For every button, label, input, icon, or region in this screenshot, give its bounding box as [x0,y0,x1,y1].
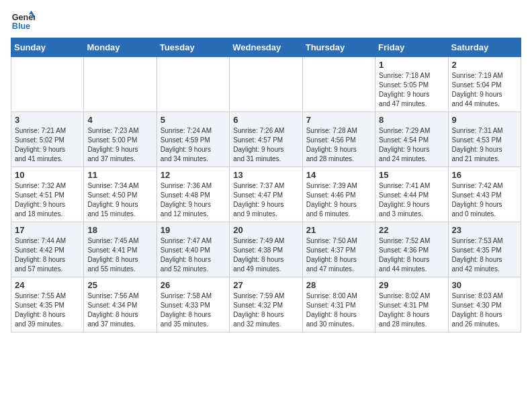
day-info: Sunrise: 7:39 AM Sunset: 4:46 PM Dayligh… [306,181,371,219]
day-number: 17 [15,225,80,235]
svg-text:Blue: Blue [12,21,30,31]
day-number: 4 [87,115,152,125]
day-info: Sunrise: 8:03 AM Sunset: 4:30 PM Dayligh… [452,291,517,329]
calendar-cell [302,57,375,112]
calendar-week-row: 1Sunrise: 7:18 AM Sunset: 5:05 PM Daylig… [11,57,521,112]
logo-icon: General Blue [11,9,35,34]
day-number: 13 [233,170,298,180]
calendar-week-row: 24Sunrise: 7:55 AM Sunset: 4:35 PM Dayli… [11,277,521,332]
calendar-cell: 14Sunrise: 7:39 AM Sunset: 4:46 PM Dayli… [302,167,375,222]
day-info: Sunrise: 7:29 AM Sunset: 4:54 PM Dayligh… [379,126,444,164]
weekday-header: Wednesday [230,38,302,57]
day-info: Sunrise: 7:50 AM Sunset: 4:37 PM Dayligh… [306,236,371,274]
day-number: 29 [379,280,444,290]
calendar-cell: 9Sunrise: 7:31 AM Sunset: 4:53 PM Daylig… [448,112,521,167]
calendar-cell: 25Sunrise: 7:56 AM Sunset: 4:34 PM Dayli… [84,277,157,332]
calendar-table: SundayMondayTuesdayWednesdayThursdayFrid… [11,38,521,332]
day-number: 8 [379,115,444,125]
day-number: 30 [452,280,517,290]
calendar-cell: 10Sunrise: 7:32 AM Sunset: 4:51 PM Dayli… [11,167,84,222]
day-info: Sunrise: 7:32 AM Sunset: 4:51 PM Dayligh… [15,181,80,219]
day-number: 3 [15,115,80,125]
weekday-header: Saturday [448,38,521,57]
day-info: Sunrise: 7:26 AM Sunset: 4:57 PM Dayligh… [233,126,298,164]
calendar-cell: 5Sunrise: 7:24 AM Sunset: 4:59 PM Daylig… [157,112,229,167]
day-info: Sunrise: 7:34 AM Sunset: 4:50 PM Dayligh… [87,181,152,219]
day-number: 19 [161,225,226,235]
day-number: 16 [452,170,517,180]
calendar-cell: 3Sunrise: 7:21 AM Sunset: 5:02 PM Daylig… [11,112,84,167]
page: General Blue SundayMondayTuesdayWednesda… [0,0,532,343]
day-number: 6 [233,115,298,125]
day-info: Sunrise: 7:19 AM Sunset: 5:04 PM Dayligh… [452,71,517,109]
day-number: 21 [306,225,371,235]
day-number: 11 [87,170,152,180]
day-info: Sunrise: 7:42 AM Sunset: 4:43 PM Dayligh… [452,181,517,219]
calendar-cell [84,57,157,112]
calendar-cell: 13Sunrise: 7:37 AM Sunset: 4:47 PM Dayli… [230,167,302,222]
day-number: 23 [452,225,517,235]
day-info: Sunrise: 7:56 AM Sunset: 4:34 PM Dayligh… [87,291,152,329]
calendar-cell: 30Sunrise: 8:03 AM Sunset: 4:30 PM Dayli… [448,277,521,332]
day-info: Sunrise: 7:58 AM Sunset: 4:33 PM Dayligh… [161,291,226,329]
day-info: Sunrise: 7:45 AM Sunset: 4:41 PM Dayligh… [87,236,152,274]
logo: General Blue [11,9,35,34]
day-info: Sunrise: 7:49 AM Sunset: 4:38 PM Dayligh… [233,236,298,274]
day-number: 15 [379,170,444,180]
day-number: 1 [379,60,444,70]
calendar-cell [157,57,229,112]
calendar-cell: 20Sunrise: 7:49 AM Sunset: 4:38 PM Dayli… [230,222,302,277]
weekday-header: Sunday [11,38,84,57]
calendar-cell: 27Sunrise: 7:59 AM Sunset: 4:32 PM Dayli… [230,277,302,332]
calendar-cell: 11Sunrise: 7:34 AM Sunset: 4:50 PM Dayli… [84,167,157,222]
calendar-week-row: 17Sunrise: 7:44 AM Sunset: 4:42 PM Dayli… [11,222,521,277]
header-area: General Blue [11,7,521,34]
calendar-cell: 19Sunrise: 7:47 AM Sunset: 4:40 PM Dayli… [157,222,229,277]
calendar-cell: 4Sunrise: 7:23 AM Sunset: 5:00 PM Daylig… [84,112,157,167]
calendar-week-row: 10Sunrise: 7:32 AM Sunset: 4:51 PM Dayli… [11,167,521,222]
calendar-cell: 29Sunrise: 8:02 AM Sunset: 4:31 PM Dayli… [375,277,448,332]
day-info: Sunrise: 7:55 AM Sunset: 4:35 PM Dayligh… [15,291,80,329]
day-number: 9 [452,115,517,125]
day-number: 7 [306,115,371,125]
day-info: Sunrise: 7:41 AM Sunset: 4:44 PM Dayligh… [379,181,444,219]
calendar-cell: 16Sunrise: 7:42 AM Sunset: 4:43 PM Dayli… [448,167,521,222]
calendar-cell: 22Sunrise: 7:52 AM Sunset: 4:36 PM Dayli… [375,222,448,277]
day-number: 5 [161,115,226,125]
day-number: 12 [161,170,226,180]
calendar-cell [11,57,84,112]
day-info: Sunrise: 7:59 AM Sunset: 4:32 PM Dayligh… [233,291,298,329]
day-info: Sunrise: 7:18 AM Sunset: 5:05 PM Dayligh… [379,71,444,109]
day-info: Sunrise: 7:37 AM Sunset: 4:47 PM Dayligh… [233,181,298,219]
calendar-cell: 28Sunrise: 8:00 AM Sunset: 4:31 PM Dayli… [302,277,375,332]
calendar-cell: 7Sunrise: 7:28 AM Sunset: 4:56 PM Daylig… [302,112,375,167]
calendar-cell: 6Sunrise: 7:26 AM Sunset: 4:57 PM Daylig… [230,112,302,167]
calendar-cell [230,57,302,112]
day-info: Sunrise: 7:52 AM Sunset: 4:36 PM Dayligh… [379,236,444,274]
day-info: Sunrise: 8:02 AM Sunset: 4:31 PM Dayligh… [379,291,444,329]
day-number: 26 [161,280,226,290]
calendar-cell: 1Sunrise: 7:18 AM Sunset: 5:05 PM Daylig… [375,57,448,112]
day-number: 27 [233,280,298,290]
day-number: 14 [306,170,371,180]
calendar-cell: 17Sunrise: 7:44 AM Sunset: 4:42 PM Dayli… [11,222,84,277]
day-number: 2 [452,60,517,70]
calendar-cell: 21Sunrise: 7:50 AM Sunset: 4:37 PM Dayli… [302,222,375,277]
calendar-cell: 18Sunrise: 7:45 AM Sunset: 4:41 PM Dayli… [84,222,157,277]
day-number: 22 [379,225,444,235]
calendar-cell: 23Sunrise: 7:53 AM Sunset: 4:35 PM Dayli… [448,222,521,277]
day-number: 24 [15,280,80,290]
calendar-week-row: 3Sunrise: 7:21 AM Sunset: 5:02 PM Daylig… [11,112,521,167]
day-info: Sunrise: 7:47 AM Sunset: 4:40 PM Dayligh… [161,236,226,274]
calendar-cell: 24Sunrise: 7:55 AM Sunset: 4:35 PM Dayli… [11,277,84,332]
day-info: Sunrise: 7:21 AM Sunset: 5:02 PM Dayligh… [15,126,80,164]
calendar-cell: 26Sunrise: 7:58 AM Sunset: 4:33 PM Dayli… [157,277,229,332]
calendar-cell: 2Sunrise: 7:19 AM Sunset: 5:04 PM Daylig… [448,57,521,112]
day-info: Sunrise: 7:28 AM Sunset: 4:56 PM Dayligh… [306,126,371,164]
weekday-header: Thursday [302,38,375,57]
day-info: Sunrise: 8:00 AM Sunset: 4:31 PM Dayligh… [306,291,371,329]
day-number: 28 [306,280,371,290]
calendar-cell: 8Sunrise: 7:29 AM Sunset: 4:54 PM Daylig… [375,112,448,167]
day-info: Sunrise: 7:36 AM Sunset: 4:48 PM Dayligh… [161,181,226,219]
weekday-header-row: SundayMondayTuesdayWednesdayThursdayFrid… [11,38,521,57]
